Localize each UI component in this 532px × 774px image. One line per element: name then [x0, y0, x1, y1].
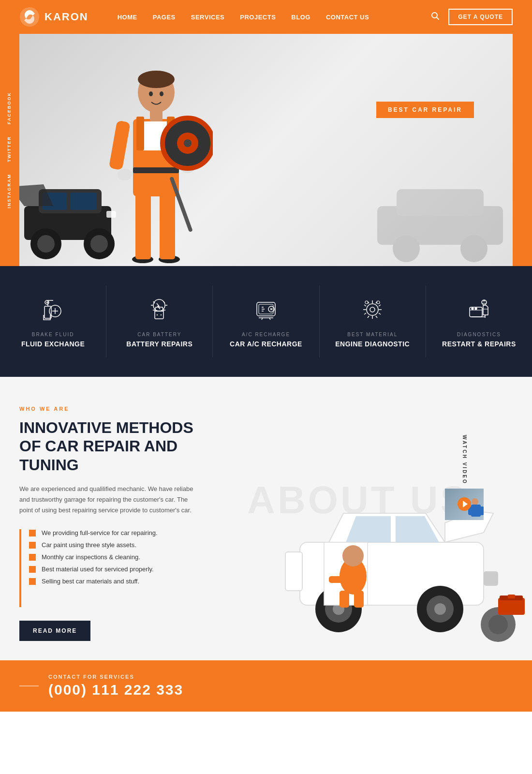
hero-inner: BEST CAR REPAIR — [19, 34, 513, 266]
about-left: WHO WE ARE INNOVATIVE METHODS OF CAR REP… — [19, 406, 203, 641]
fluid-icon — [39, 295, 68, 324]
social-facebook[interactable]: FACEBOOK — [7, 86, 12, 130]
svg-rect-42 — [155, 311, 163, 319]
bullet-icon — [29, 542, 36, 549]
svg-point-71 — [342, 545, 364, 566]
service-engine[interactable]: BEST MATERIAL ENGINE DIAGNOSTIC — [320, 285, 426, 357]
service-restart[interactable]: DIAGNOSTICS RESTART & REPAIRS — [426, 285, 532, 357]
svg-rect-6 — [70, 193, 97, 210]
hero-badge: BEST CAR REPAIR — [376, 102, 474, 118]
svg-rect-77 — [508, 595, 515, 598]
list-item: Best material used for serviced properly… — [29, 566, 158, 573]
nav-home[interactable]: HOME — [118, 14, 137, 21]
contact-phone: (000) 111 222 333 — [48, 682, 183, 698]
social-instagram[interactable]: INSTAGRAM — [7, 168, 12, 214]
video-thumbnail — [445, 489, 484, 520]
bullet-icon — [29, 530, 36, 536]
contact-bar: CONTACT FOR SERVICES (000) 111 222 333 — [0, 660, 532, 712]
svg-point-36 — [393, 235, 420, 262]
service-title-fluid: FLUID EXCHANGE — [21, 340, 85, 348]
contact-divider — [19, 685, 39, 686]
service-sub-ac: A/C RECHARGE — [242, 332, 290, 337]
restart-icon — [464, 295, 493, 324]
list-item: Selling best car materials and stuff. — [29, 578, 158, 585]
nav-contact[interactable]: CONTACT US — [326, 14, 369, 21]
service-sub-fluid: BRAKE FLUID — [32, 332, 74, 337]
social-twitter[interactable]: TWITTER — [7, 130, 12, 168]
service-title-engine: ENGINE DIAGNOSTIC — [335, 340, 410, 348]
svg-point-69 — [488, 615, 508, 634]
service-sub-engine: BEST MATERIAL — [347, 332, 398, 337]
bullet-icon — [29, 554, 36, 561]
svg-rect-72 — [340, 591, 349, 608]
svg-rect-61 — [285, 552, 302, 591]
svg-point-67 — [434, 603, 446, 615]
svg-point-53 — [475, 308, 477, 310]
svg-point-32 — [184, 139, 192, 147]
svg-point-10 — [90, 235, 108, 253]
watch-video-label: WATCH VIDEO — [462, 435, 467, 485]
svg-rect-14 — [135, 187, 151, 259]
nav-services[interactable]: SERVICES — [191, 14, 225, 21]
svg-point-52 — [472, 308, 473, 310]
about-list-container: We providing full-service for car repair… — [19, 529, 203, 607]
list-item: We providing full-service for car repair… — [29, 529, 158, 536]
social-sidebar: FACEBOOK TWITTER INSTAGRAM — [0, 34, 18, 266]
svg-point-8 — [37, 235, 55, 253]
service-sub-battery: CAR BATTERY — [137, 332, 181, 337]
svg-point-27 — [149, 91, 153, 96]
engine-icon — [358, 295, 387, 324]
svg-line-2 — [437, 17, 439, 20]
service-sub-restart: DIAGNOSTICS — [457, 332, 501, 337]
svg-rect-15 — [160, 187, 175, 259]
svg-rect-75 — [498, 598, 525, 615]
svg-rect-35 — [397, 189, 484, 216]
logo-text: KARON — [44, 11, 89, 23]
about-list-accent — [19, 529, 21, 607]
header-right: GET A QUOTE — [431, 9, 513, 25]
bullet-icon — [29, 578, 36, 585]
about-right: WATCH VIDEO ABOUT US — [203, 406, 513, 641]
nav-pages[interactable]: PAGES — [153, 14, 176, 21]
mechanic-figure — [106, 46, 213, 266]
logo-area: KARON — [19, 7, 89, 27]
about-section: WHO WE ARE INNOVATIVE METHODS OF CAR REP… — [0, 377, 532, 660]
contact-services-label: CONTACT FOR SERVICES (000) 111 222 333 — [48, 674, 183, 698]
svg-point-26 — [138, 71, 175, 88]
get-quote-button[interactable]: GET A QUOTE — [448, 9, 513, 25]
nav-projects[interactable]: PROJECTS — [240, 14, 276, 21]
logo-icon — [19, 7, 40, 27]
header: KARON HOME PAGES SERVICES PROJECTS BLOG … — [0, 0, 532, 34]
car-right-bg — [368, 167, 513, 266]
battery-icon — [145, 295, 174, 324]
service-title-battery: BATTERY REPAIRS — [126, 340, 192, 348]
about-title: INNOVATIVE METHODS OF CAR REPAIR AND TUN… — [19, 418, 203, 474]
svg-rect-74 — [329, 576, 351, 583]
svg-point-23 — [118, 169, 132, 180]
svg-rect-29 — [150, 109, 163, 121]
svg-point-28 — [160, 91, 163, 96]
svg-point-50 — [377, 301, 380, 304]
service-title-restart: RESTART & REPAIRS — [442, 340, 516, 348]
about-description: We are experienced and qualilified mecha… — [19, 484, 203, 516]
search-icon[interactable] — [431, 12, 440, 22]
svg-rect-60 — [484, 571, 498, 586]
hero-section: FACEBOOK TWITTER INSTAGRAM BEST CAR REPA… — [0, 34, 532, 266]
list-item: Car paint using three style assets. — [29, 541, 158, 549]
service-fluid-exchange[interactable]: BRAKE FLUID FLUID EXCHANGE — [0, 285, 106, 357]
svg-rect-20 — [133, 167, 179, 173]
watch-video-button[interactable]: WATCH VIDEO — [445, 435, 484, 520]
service-ac[interactable]: A/C RECHARGE CAR A/C RECHARGE — [213, 285, 319, 357]
ac-icon — [251, 295, 281, 324]
svg-rect-21 — [109, 120, 131, 170]
svg-point-47 — [367, 304, 378, 315]
about-tag: WHO WE ARE — [19, 406, 203, 412]
services-section: BRAKE FLUID FLUID EXCHANGE CAR BATTERY B… — [0, 266, 532, 377]
service-battery[interactable]: CAR BATTERY BATTERY REPAIRS — [106, 285, 213, 357]
read-more-button[interactable]: READ MORE — [19, 621, 90, 641]
svg-rect-18 — [136, 117, 144, 150]
svg-point-49 — [365, 301, 368, 304]
svg-point-37 — [460, 235, 488, 262]
service-title-ac: CAR A/C RECHARGE — [230, 340, 302, 348]
nav-blog[interactable]: BLOG — [291, 14, 310, 21]
